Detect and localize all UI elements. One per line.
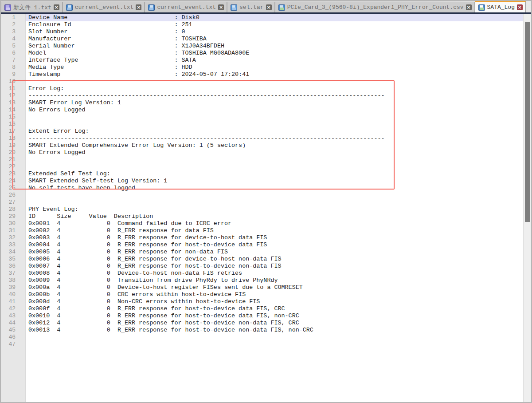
line-number: 12 [1, 92, 16, 99]
tab-bar: 新文件 1.txt×current_event.txt×current_even… [1, 1, 531, 14]
tab-label: sel.tar [239, 4, 264, 11]
line-number: 24 [1, 178, 16, 185]
line-number: 15 [1, 114, 16, 121]
tab-label: SATA_Log [487, 4, 515, 11]
line-number: 7 [1, 57, 16, 64]
line-number: 31 [1, 227, 16, 234]
line-number: 27 [1, 199, 16, 206]
line-number: 46 [1, 334, 16, 341]
line-number: 26 [1, 192, 16, 199]
line-number: 34 [1, 249, 16, 256]
line-number: 36 [1, 263, 16, 270]
line-number: 11 [1, 85, 16, 92]
line-number: 39 [1, 284, 16, 291]
line-number: 1 [1, 14, 16, 21]
floppy-disk-icon [278, 4, 285, 11]
line-number: 22 [1, 163, 16, 170]
line-number: 45 [1, 327, 16, 334]
floppy-disk-icon [478, 4, 485, 11]
vertical-scrollbar[interactable] [523, 14, 531, 402]
tab-_1.txt[interactable]: 新文件 1.txt× [1, 2, 63, 12]
close-icon[interactable]: × [517, 4, 523, 10]
line-number: 5 [1, 43, 16, 50]
floppy-label-stripe [67, 8, 71, 10]
line-number: 16 [1, 121, 16, 128]
line-number: 35 [1, 256, 16, 263]
floppy-disk-icon [4, 4, 11, 11]
document-text: Device Name : Disk0 Enclosure Id : 251 S… [26, 14, 531, 341]
line-number: 32 [1, 234, 16, 241]
floppy-label-stripe [480, 8, 484, 10]
line-number: 14 [1, 107, 16, 114]
tab-current_event.txt[interactable]: current_event.txt× [145, 2, 227, 12]
line-number: 23 [1, 170, 16, 178]
line-number: 17 [1, 128, 16, 135]
tab-label: PCIe_Card_3_(9560-8i)_Expander1_PHY_Erro… [287, 4, 464, 11]
line-number: 2 [1, 21, 16, 28]
line-number: 44 [1, 320, 16, 327]
tab-SATA_Log[interactable]: SATA_Log× [475, 1, 526, 12]
tab-PCIe_Card_3__9560-8i__Expander1_PHY_Error_Count.csv[interactable]: PCIe_Card_3_(9560-8i)_Expander1_PHY_Erro… [275, 2, 475, 12]
text-content-area[interactable]: Device Name : Disk0 Enclosure Id : 251 S… [26, 14, 531, 402]
editor-area: 1234567891011121314151617181920212223242… [1, 14, 531, 402]
close-icon[interactable]: × [466, 4, 472, 10]
line-number: 38 [1, 277, 16, 284]
floppy-label-stripe [232, 8, 236, 10]
tab-label: current_event.txt [75, 4, 134, 11]
line-number: 20 [1, 149, 16, 156]
line-number: 29 [1, 213, 16, 220]
floppy-label-stripe [280, 8, 284, 10]
line-number: 40 [1, 291, 16, 298]
line-number: 4 [1, 36, 16, 43]
line-number: 6 [1, 50, 16, 57]
tab-sel.tar[interactable]: sel.tar× [227, 2, 275, 12]
line-number: 37 [1, 270, 16, 277]
editor-window: 新文件 1.txt×current_event.txt×current_even… [0, 0, 532, 403]
floppy-disk-icon [66, 4, 73, 11]
line-number: 9 [1, 71, 16, 78]
line-number: 13 [1, 99, 16, 107]
line-number: 43 [1, 312, 16, 320]
close-icon[interactable]: × [266, 4, 272, 10]
line-number: 21 [1, 156, 16, 163]
tab-label: 新文件 1.txt [13, 4, 51, 12]
floppy-label-stripe [6, 8, 10, 10]
scrollbar-thumb[interactable] [525, 22, 530, 222]
line-number: 10 [1, 78, 16, 85]
close-icon[interactable]: × [218, 4, 224, 10]
line-number: 8 [1, 64, 16, 71]
line-number: 47 [1, 341, 16, 348]
tab-label: current_event.txt [157, 4, 216, 11]
line-number: 19 [1, 142, 16, 149]
line-number: 3 [1, 28, 16, 36]
line-number: 33 [1, 241, 16, 249]
tab-current_event.txt[interactable]: current_event.txt× [63, 2, 145, 12]
line-number-gutter: 1234567891011121314151617181920212223242… [1, 14, 26, 402]
close-icon[interactable]: × [54, 4, 59, 10]
line-number: 28 [1, 206, 16, 213]
line-number: 25 [1, 185, 16, 192]
floppy-label-stripe [149, 8, 153, 10]
close-icon[interactable]: × [136, 4, 141, 10]
line-number: 30 [1, 220, 16, 227]
line-number: 42 [1, 305, 16, 312]
floppy-disk-icon [148, 4, 155, 11]
line-number: 18 [1, 135, 16, 142]
floppy-disk-icon [231, 4, 237, 11]
line-number: 41 [1, 298, 16, 305]
